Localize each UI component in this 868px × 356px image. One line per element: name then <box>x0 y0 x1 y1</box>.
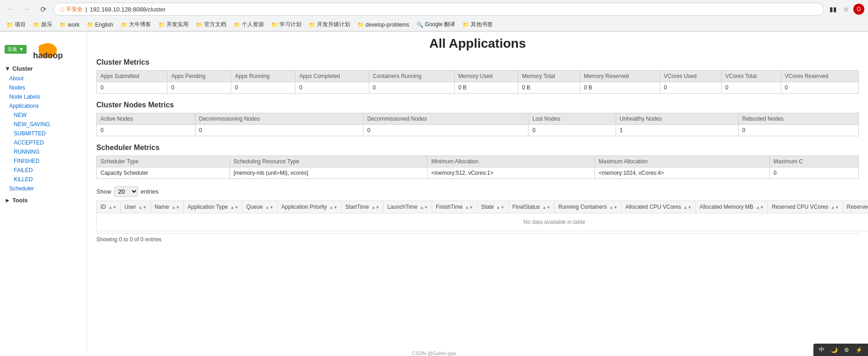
apps-table-header[interactable]: FinishTime ▲▼ <box>432 201 477 213</box>
sidebar-finished[interactable]: FINISHED <box>0 156 87 166</box>
sidebar-new-saving[interactable]: NEW_SAVING <box>0 120 87 129</box>
no-data-cell: No data available in table <box>97 213 868 231</box>
scheduler-header: Scheduling Resource Type <box>229 156 427 167</box>
sort-icon: ▲▼ <box>465 205 473 210</box>
extensions-icon[interactable]: ▮▮ <box>828 4 839 15</box>
apps-controls: Show 20 50 100 entries <box>96 186 859 197</box>
apps-table-header[interactable]: Name ▲▼ <box>150 201 184 213</box>
apps-table-header[interactable]: Queue ▲▼ <box>242 201 277 213</box>
bookmark-item[interactable]: 📁娱乐 <box>30 20 55 29</box>
bookmark-item[interactable]: 📁work <box>57 21 82 29</box>
scheduler-header: Maximum Allocation <box>595 156 770 167</box>
cluster-metrics-value: 0 <box>369 82 455 94</box>
sort-icon: ▲▼ <box>108 205 117 210</box>
cluster-metrics-header: Apps Pending <box>167 71 231 82</box>
apps-table-header[interactable]: State ▲▼ <box>477 201 508 213</box>
sidebar-tools-header[interactable]: ► Tools <box>0 195 87 206</box>
page-title: All Applications <box>96 36 859 51</box>
sidebar-failed[interactable]: FAILED <box>0 166 87 175</box>
sort-icon: ▲▼ <box>230 205 239 210</box>
bookmark-item[interactable]: 📁其他书签 <box>460 20 495 29</box>
apps-table-header[interactable]: FinalStatus ▲▼ <box>508 201 554 213</box>
cluster-nodes-value: 0 <box>529 125 616 136</box>
bookmark-icon[interactable]: ☆ <box>840 4 851 15</box>
bottom-bar-flash[interactable]: ⚡ <box>853 346 865 351</box>
apps-table-header[interactable]: ID ▲▼ <box>97 201 121 213</box>
bookmark-item[interactable]: 📁develop-problems <box>355 21 412 29</box>
bookmark-folder-icon: 📁 <box>121 22 128 28</box>
apps-table-header[interactable]: Application Priority ▲▼ <box>278 201 342 213</box>
bookmark-item[interactable]: 📁项目 <box>4 20 28 29</box>
cluster-metrics-value: 0 B <box>455 82 518 94</box>
bottom-bar-moon[interactable]: 🌙 <box>828 346 840 351</box>
cluster-metrics-header: VCores Used <box>660 71 722 82</box>
cluster-nodes-header: Active Nodes <box>97 113 195 125</box>
scheduler-header: Minimum Allocation <box>428 156 595 167</box>
bookmarks-bar: 📁项目📁娱乐📁work📁English📁大牛博客📁开发实用📁官方文档📁个人资源📁… <box>0 18 868 31</box>
sidebar-running[interactable]: RUNNING <box>0 147 87 156</box>
bookmark-item[interactable]: 📁大牛博客 <box>118 20 154 29</box>
apps-table-header[interactable]: Reserved CPU VCores ▲▼ <box>768 201 843 213</box>
cluster-metrics-value: 0 <box>167 82 231 94</box>
cluster-nodes-value: 0 <box>738 125 858 136</box>
profile-icon[interactable]: G <box>853 4 864 15</box>
sort-icon: ▲▼ <box>372 205 380 210</box>
apps-table-header[interactable]: Reserved Memory MB ▲▼ <box>843 201 868 213</box>
cluster-nodes-value: 0 <box>97 125 195 136</box>
sidebar-cluster-header[interactable]: ▼ Cluster <box>0 63 87 74</box>
sidebar-accepted[interactable]: ACCEPTED <box>0 138 87 147</box>
bottom-bar-zh[interactable]: 中 <box>816 345 827 351</box>
reload-button[interactable]: ⟳ <box>37 3 50 16</box>
cluster-metrics-header: Apps Running <box>231 71 295 82</box>
forward-button[interactable]: → <box>20 3 33 16</box>
bottom-bar-gear[interactable]: ⚙ <box>841 346 852 351</box>
sidebar-tools-section: ► Tools <box>0 195 87 206</box>
bookmark-item[interactable]: 📁English <box>84 21 116 29</box>
bookmark-folder-icon: 📁 <box>6 22 13 28</box>
cluster-nodes-header: Unhealthy Nodes <box>616 113 738 125</box>
sidebar-about[interactable]: About <box>0 74 87 83</box>
sidebar-nodes[interactable]: Nodes <box>0 83 87 92</box>
sidebar-submitted[interactable]: SUBMITTED <box>0 129 87 138</box>
bookmark-item[interactable]: 📁开发升级计划 <box>306 20 353 29</box>
cluster-metrics-header: VCores Total <box>722 71 781 82</box>
scheduler-value: Capacity Scheduler <box>97 167 230 179</box>
cluster-metrics-value: 0 <box>231 82 295 94</box>
entries-select[interactable]: 20 50 100 <box>114 186 138 197</box>
bookmark-item[interactable]: 📁官方文档 <box>193 20 229 29</box>
url-display: 192.168.10.128:8088/cluster <box>90 6 166 13</box>
apps-table-header[interactable]: Allocated CPU VCores ▲▼ <box>622 201 696 213</box>
scheduler-metrics-title: Scheduler Metrics <box>96 144 859 152</box>
sidebar-new[interactable]: NEW <box>0 111 87 120</box>
cluster-metrics-value: 0 <box>781 82 858 94</box>
cluster-metrics-header: Containers Running <box>369 71 455 82</box>
bookmark-item[interactable]: 📁学习计划 <box>268 20 304 29</box>
apps-table-header[interactable]: LaunchTime ▲▼ <box>384 201 432 213</box>
cluster-metrics-value: 0 B <box>518 82 580 94</box>
apps-table-header[interactable]: Allocated Memory MB ▲▼ <box>696 201 768 213</box>
sort-icon: ▲▼ <box>831 205 839 210</box>
back-button[interactable]: ← <box>4 3 17 16</box>
sidebar-cluster-section: ▼ Cluster About Nodes Node Labels Applic… <box>0 63 87 193</box>
apps-table-header[interactable]: Running Containers ▲▼ <box>554 201 621 213</box>
apps-table: ID ▲▼User ▲▼Name ▲▼Application Type ▲▼Qu… <box>96 200 868 231</box>
apps-table-header[interactable]: StartTime ▲▼ <box>341 201 384 213</box>
capture-button[interactable]: 采集 ▼ <box>5 45 27 54</box>
bookmark-item[interactable]: 📁开发实用 <box>156 20 191 29</box>
apps-table-header[interactable]: User ▲▼ <box>121 201 151 213</box>
bookmark-item[interactable]: 📁个人资源 <box>231 20 267 29</box>
address-bar[interactable]: △ 不安全 | 192.168.10.128:8088/cluster <box>53 3 824 16</box>
bottom-bar: 中 🌙 ⚙ ⚡ <box>813 344 868 351</box>
sidebar-killed[interactable]: KILLED <box>0 175 87 184</box>
sidebar-scheduler[interactable]: Scheduler <box>0 184 87 193</box>
sort-icon: ▲▼ <box>139 205 147 210</box>
apps-table-header[interactable]: Application Type ▲▼ <box>184 201 242 213</box>
bookmark-folder-icon: 📁 <box>357 22 364 28</box>
cluster-metrics-header: Apps Submitted <box>97 71 167 82</box>
sort-icon: ▲▼ <box>609 205 618 210</box>
cluster-nodes-table: Active NodesDecommissioning NodesDecommi… <box>96 113 859 136</box>
sidebar-applications[interactable]: Applications <box>0 101 87 111</box>
sidebar-node-labels[interactable]: Node Labels <box>0 92 87 101</box>
bookmark-item[interactable]: 🔍Google 翻译 <box>414 20 458 29</box>
scheduler-value: 0 <box>769 167 858 179</box>
